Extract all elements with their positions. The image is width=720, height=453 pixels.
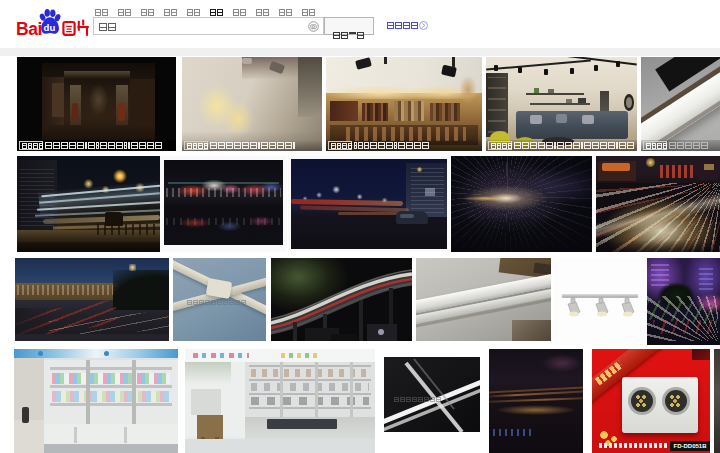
svg-text:du: du: [44, 22, 56, 33]
svg-text:Bai: Bai: [16, 19, 42, 39]
